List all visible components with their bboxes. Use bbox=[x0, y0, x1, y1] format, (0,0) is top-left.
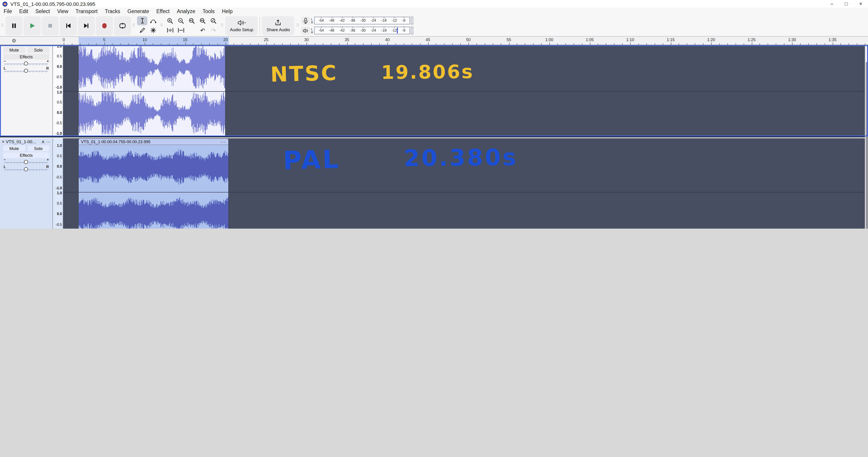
waveform bbox=[79, 193, 228, 229]
minimize-button[interactable]: – bbox=[825, 0, 839, 8]
skip-to-end-button[interactable] bbox=[78, 16, 95, 35]
ruler-label: 50 bbox=[462, 37, 475, 42]
recording-meter[interactable]: LR -54-48-42-36-30-24-18-12-6 bbox=[301, 16, 413, 25]
track-clip-area[interactable]: VTS_01_1-00.00.04.755-00.00.23.995··· bbox=[63, 138, 868, 229]
clip-channel[interactable] bbox=[79, 192, 228, 229]
solo-button[interactable]: Solo bbox=[27, 145, 49, 151]
toolbar-grip[interactable]: ⠿ bbox=[0, 24, 5, 28]
amplitude-ruler: 1.00.50.0-0.5-1.01.00.50.0-0.5-1.0 bbox=[53, 138, 63, 229]
close-button[interactable]: × bbox=[854, 0, 868, 8]
gain-max-label: + bbox=[47, 59, 49, 63]
ruler-tick bbox=[307, 42, 307, 45]
track-clip-area[interactable] bbox=[63, 45, 868, 136]
clip-channel[interactable] bbox=[79, 45, 225, 91]
pan-slider[interactable]: LR bbox=[4, 166, 49, 172]
menu-edit[interactable]: Edit bbox=[16, 8, 32, 15]
audio-setup-grip[interactable]: ⠿ bbox=[220, 24, 224, 28]
silence-audio-button[interactable] bbox=[176, 26, 186, 35]
menu-view[interactable]: View bbox=[54, 8, 72, 15]
multi-tool-button[interactable] bbox=[148, 26, 158, 35]
track-close-icon[interactable]: × bbox=[2, 139, 4, 144]
audio-setup-button[interactable]: Audio Setup bbox=[225, 16, 258, 35]
ruler-tick bbox=[825, 43, 825, 45]
vertical-scrollbar[interactable] bbox=[865, 45, 868, 229]
track-control-panel[interactable]: ×VTS_01_1-00...∧···MuteSoloEffects−+LR bbox=[0, 138, 53, 229]
record-button[interactable] bbox=[96, 16, 113, 35]
gain-slider[interactable]: −+ bbox=[4, 60, 49, 67]
gain-slider[interactable]: −+ bbox=[4, 159, 49, 165]
share-audio-button[interactable]: Share Audio bbox=[262, 16, 294, 35]
meter-scale-value: -6 bbox=[402, 19, 405, 23]
track-collapse-icon[interactable]: ∧ bbox=[41, 139, 45, 144]
clip-channel[interactable] bbox=[79, 145, 228, 192]
clip-menu-icon[interactable]: ··· bbox=[220, 139, 226, 144]
mute-button[interactable]: Mute bbox=[3, 47, 25, 53]
track-control-panel[interactable]: MuteSoloEffects−+LR bbox=[0, 45, 53, 136]
solo-button[interactable]: Solo bbox=[27, 47, 49, 53]
menu-tools[interactable]: Tools bbox=[199, 8, 218, 15]
effects-button[interactable]: Effects bbox=[3, 54, 49, 60]
audio-clip[interactable]: VTS_01_1-00.00.04.755-00.00.23.995··· bbox=[78, 138, 229, 229]
clip-title-bar[interactable]: VTS_01_1-00.00.04.755-00.00.23.995··· bbox=[79, 139, 228, 145]
gain-slider-knob[interactable] bbox=[24, 160, 28, 164]
menu-effect[interactable]: Effect bbox=[153, 8, 173, 15]
tools-toolbar-grip[interactable]: ⠿ bbox=[131, 24, 136, 28]
playback-meter-button[interactable] bbox=[301, 26, 310, 35]
vertical-scrollbar-thumb[interactable] bbox=[866, 62, 868, 229]
record-meter-button[interactable] bbox=[301, 17, 310, 25]
ruler-label: 1:25 bbox=[745, 37, 758, 42]
clip-channel[interactable] bbox=[79, 91, 225, 136]
playback-meter[interactable]: LR -54-48-42-36-30-24-18-12-6 bbox=[301, 26, 413, 35]
amplitude-label: -1.0 bbox=[56, 186, 62, 190]
audio-clip[interactable] bbox=[78, 45, 225, 136]
maximize-button[interactable]: □ bbox=[839, 0, 854, 8]
mute-button[interactable]: Mute bbox=[3, 145, 25, 151]
envelope-tool-button[interactable] bbox=[148, 16, 158, 25]
menu-generate[interactable]: Generate bbox=[124, 8, 153, 15]
zoom-in-button[interactable] bbox=[165, 16, 176, 25]
ruler-tick bbox=[145, 42, 145, 45]
ruler-tick bbox=[193, 43, 194, 45]
audacity-logo-icon bbox=[2, 1, 8, 6]
edit-toolbar-grip[interactable]: ⠿ bbox=[159, 24, 164, 28]
zoom-toggle-button[interactable] bbox=[209, 16, 219, 25]
undo-button[interactable]: ↶ bbox=[197, 26, 208, 35]
menu-help[interactable]: Help bbox=[218, 8, 236, 15]
meter-scale-value: -18 bbox=[381, 19, 386, 23]
tools-toolbar bbox=[137, 16, 158, 35]
selection-tool-button[interactable] bbox=[137, 16, 147, 25]
fit-project-button[interactable] bbox=[197, 16, 208, 25]
pan-slider-knob[interactable] bbox=[24, 167, 28, 171]
timeline-ruler[interactable]: 05101520253035404550551:001:051:101:151:… bbox=[0, 37, 868, 45]
playback-meter-bar[interactable]: -54-48-42-36-30-24-18-12-6 bbox=[314, 27, 410, 34]
meter-toolbar-grip[interactable]: ⠿ bbox=[296, 24, 300, 28]
trim-audio-button[interactable] bbox=[165, 26, 176, 35]
ruler-tick bbox=[331, 43, 331, 45]
pause-button[interactable] bbox=[5, 16, 22, 35]
trim-audio-icon bbox=[166, 27, 174, 33]
record-meter-bar[interactable]: -54-48-42-36-30-24-18-12-6 bbox=[314, 17, 410, 24]
redo-button[interactable]: ↷ bbox=[209, 26, 219, 35]
menu-analyze[interactable]: Analyze bbox=[173, 8, 199, 15]
ruler-tick bbox=[760, 43, 760, 45]
menu-select[interactable]: Select bbox=[32, 8, 54, 15]
ruler-tick bbox=[242, 43, 242, 45]
menu-file[interactable]: File bbox=[0, 8, 16, 15]
menu-tracks[interactable]: Tracks bbox=[101, 8, 124, 15]
ruler-tick bbox=[792, 42, 793, 45]
stop-button[interactable] bbox=[41, 16, 59, 35]
timeline-options-gear-icon[interactable]: ⚙ bbox=[12, 38, 16, 44]
menu-transport[interactable]: Transport bbox=[72, 8, 101, 15]
skip-to-start-button[interactable] bbox=[59, 16, 76, 35]
track-menu-icon[interactable]: ··· bbox=[46, 139, 51, 144]
gain-slider-knob[interactable] bbox=[24, 61, 28, 66]
fit-selection-button[interactable] bbox=[187, 16, 197, 25]
pan-slider-knob[interactable] bbox=[24, 69, 28, 73]
loop-button[interactable] bbox=[114, 16, 131, 35]
ruler-tick bbox=[671, 42, 671, 45]
zoom-out-button[interactable] bbox=[176, 16, 186, 25]
effects-button[interactable]: Effects bbox=[3, 152, 49, 158]
draw-tool-button[interactable] bbox=[137, 26, 147, 35]
pan-slider[interactable]: LR bbox=[4, 67, 49, 74]
play-button[interactable] bbox=[23, 16, 40, 35]
